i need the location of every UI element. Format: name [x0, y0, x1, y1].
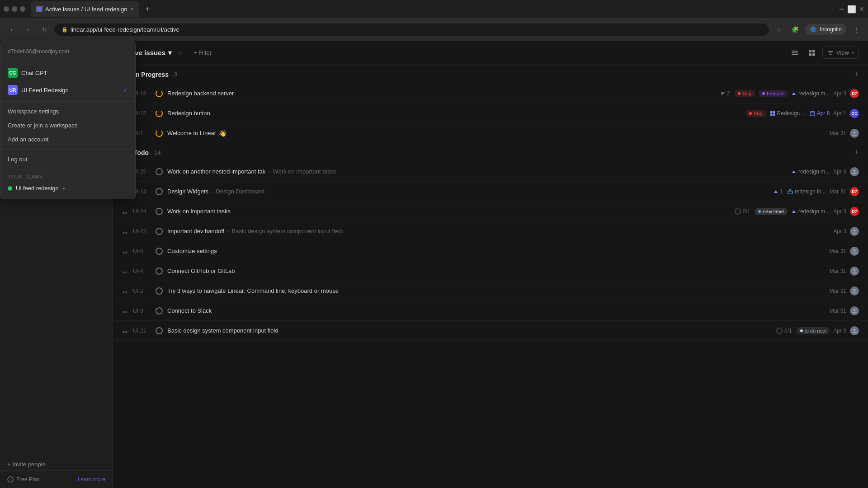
progress-circle: [776, 328, 783, 334]
issue-id: UI-4: [133, 268, 151, 274]
todo-add-button[interactable]: +: [854, 148, 859, 157]
svg-rect-6: [792, 52, 798, 53]
reload-button[interactable]: ↻: [38, 23, 51, 36]
team-name: Ui feed redesign: [16, 185, 59, 192]
svg-rect-25: [773, 113, 775, 116]
assignee-avatar: [850, 227, 859, 236]
issue-id: UI-23: [133, 228, 151, 235]
tab-close[interactable]: ✕: [130, 6, 134, 12]
issue-title: Customize settings: [167, 248, 825, 254]
sidebar-footer: ? Free Plan Learn more: [0, 470, 113, 488]
progress-badge: 0/1: [735, 208, 750, 215]
learn-more-link[interactable]: Learn more: [78, 476, 105, 483]
ui-feed-name: UI Feed Redesign: [21, 87, 69, 94]
filter-button[interactable]: + Filter: [189, 47, 217, 59]
project-badge: Redesign ...: [770, 110, 806, 117]
svg-rect-66: [123, 331, 124, 333]
issue-id: UI-5: [133, 248, 151, 254]
issue-row[interactable]: UI-1 Welcome to Linear 👋 Mar 31: [113, 123, 868, 143]
issue-row[interactable]: UI-25 Work on another nested important t…: [113, 162, 868, 182]
list-view-button[interactable]: [788, 46, 802, 60]
list-icon: [791, 49, 798, 56]
create-join-workspace-item[interactable]: Create or join a workspace: [0, 118, 135, 132]
new-tab-button[interactable]: +: [141, 3, 154, 15]
svg-rect-50: [123, 252, 124, 253]
svg-rect-47: [125, 232, 126, 234]
svg-rect-11: [812, 53, 815, 56]
active-tab[interactable]: Active issues / Ui feed redesign ✕: [31, 1, 139, 17]
menu-button[interactable]: ⋮: [850, 23, 863, 36]
assignee-avatar: [850, 167, 859, 176]
incognito-label: Incognito: [820, 26, 842, 33]
issue-row[interactable]: UI-15 Redesign button Bug Redesign ...: [113, 103, 868, 123]
issue-row[interactable]: UI-2 Try 3 ways to navigate Linear: Comm…: [113, 281, 868, 301]
assignee-avatar: [850, 247, 859, 256]
project-badge: redesign m...: [791, 90, 830, 97]
grid-view-button[interactable]: [805, 46, 819, 60]
back-button[interactable]: ‹: [5, 23, 18, 36]
ui-feed-avatar: UR: [8, 85, 18, 95]
project-badge: redesign lo...: [788, 188, 826, 195]
issue-meta: to do new Apr 3: [797, 326, 859, 335]
star-button[interactable]: ☆: [177, 49, 183, 56]
svg-rect-59: [125, 291, 126, 293]
issue-title: Work on important tasks: [167, 208, 730, 215]
due-date-badge: Apr 8: [810, 110, 830, 117]
priority-none-icon: [122, 328, 128, 334]
workspace-ui-feed[interactable]: UR UI Feed Redesign ✓: [0, 81, 135, 99]
issue-title: Redesign backend server: [167, 90, 716, 97]
svg-text:👤: 👤: [811, 27, 816, 33]
issue-title: Basic design system component input fiel…: [167, 327, 772, 334]
view-icon: [827, 50, 834, 56]
date-badge: Apr 1: [833, 110, 846, 117]
issue-row[interactable]: ! UI-14 Design Widgets › Design Dashboar…: [113, 182, 868, 202]
add-account-item[interactable]: Add an account: [0, 132, 135, 146]
svg-point-42: [789, 189, 791, 191]
status-todo-icon: [156, 307, 163, 314]
invite-people-button[interactable]: + Invite people: [0, 458, 113, 470]
date-badge: Mar 31: [830, 130, 846, 136]
issue-row[interactable]: UI-23 Important dev handoff › Basic desi…: [113, 221, 868, 241]
issue-row[interactable]: UI-24 Work on important tasks 0/1 new la…: [113, 202, 868, 221]
sub-count: 2: [720, 90, 730, 97]
in-progress-add-button[interactable]: +: [854, 70, 859, 79]
date-badge: Apr 3: [833, 328, 846, 334]
issue-row[interactable]: UI-3 Connect to Slack Mar 31: [113, 301, 868, 321]
sub-count: 1: [773, 188, 783, 195]
issue-row[interactable]: UI-5 Customize settings Mar 31: [113, 241, 868, 261]
svg-rect-26: [810, 112, 815, 116]
tab-title: Active issues / Ui feed redesign: [45, 6, 127, 13]
view-button[interactable]: View ▾: [822, 47, 859, 59]
log-out-item[interactable]: Log out: [0, 152, 135, 166]
bookmark-button[interactable]: ☆: [773, 23, 785, 36]
issues-list: In Progress 3 + UI-19 Redesign backend s…: [113, 65, 868, 488]
new-label: new label: [755, 208, 787, 215]
main-header: Active issues ▾ ☆ + Filter View ▾: [113, 41, 868, 65]
team-ui-feed[interactable]: Ui feed redesign ▸: [0, 181, 135, 195]
group-todo: Todo 14 +: [113, 143, 868, 162]
issue-meta: Apr 3: [833, 227, 859, 236]
workspace-settings-item[interactable]: Workspace settings: [0, 104, 135, 118]
forward-button[interactable]: ›: [22, 23, 34, 36]
assignee-avatar: [850, 306, 859, 315]
issue-meta: Mar 31: [830, 267, 859, 276]
issue-row[interactable]: UI-22 Basic design system component inpu…: [113, 321, 868, 341]
date-badge: Mar 31: [830, 188, 846, 195]
workspace-chat-gpt[interactable]: CG Chat GPT: [0, 64, 135, 81]
assignee-avatar: [850, 129, 859, 138]
header-actions: View ▾: [788, 46, 859, 60]
issue-id: UI-25: [133, 169, 151, 175]
svg-rect-5: [792, 51, 798, 52]
svg-rect-13: [829, 52, 832, 53]
todo-count: 14: [154, 149, 160, 156]
extension-button[interactable]: 🧩: [789, 23, 802, 36]
svg-point-53: [854, 249, 856, 251]
issue-row[interactable]: UI-4 Connect GitHub or GitLab Mar 31: [113, 261, 868, 281]
svg-rect-67: [125, 331, 126, 333]
address-bar[interactable]: 🔒 linear.app/ui-feed-redesign/team/UI/ac…: [54, 23, 769, 36]
issue-title: Connect to Slack: [167, 307, 825, 314]
view-label: View: [836, 49, 849, 56]
svg-rect-23: [773, 111, 775, 113]
issue-row[interactable]: UI-19 Redesign backend server 2 Bug: [113, 84, 868, 103]
svg-rect-43: [123, 212, 124, 214]
